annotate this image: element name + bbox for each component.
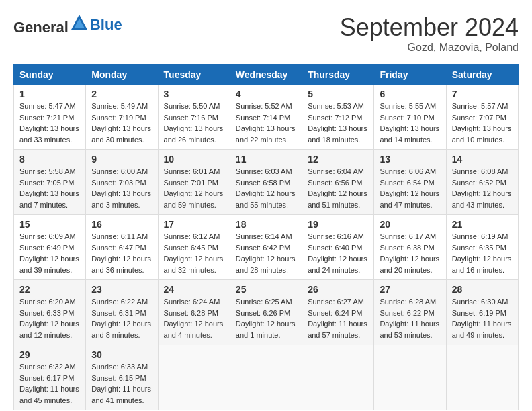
day-number: 25	[236, 284, 296, 295]
day-cell: 27 Sunrise: 6:28 AMSunset: 6:22 PMDaylig…	[374, 280, 446, 345]
day-info: Sunrise: 6:16 AMSunset: 6:40 PMDaylight:…	[308, 232, 367, 274]
day-cell: 15 Sunrise: 6:09 AMSunset: 6:49 PMDaylig…	[14, 215, 86, 280]
weekday-header-monday: Monday	[86, 65, 158, 85]
day-cell: 10 Sunrise: 6:01 AMSunset: 7:01 PMDaylig…	[158, 150, 230, 215]
day-cell: 21 Sunrise: 6:19 AMSunset: 6:35 PMDaylig…	[446, 215, 518, 280]
day-info: Sunrise: 5:55 AMSunset: 7:10 PMDaylight:…	[380, 102, 439, 144]
day-number: 24	[164, 284, 224, 295]
day-info: Sunrise: 6:19 AMSunset: 6:35 PMDaylight:…	[452, 232, 512, 274]
day-info: Sunrise: 6:25 AMSunset: 6:26 PMDaylight:…	[236, 298, 296, 339]
day-info: Sunrise: 5:47 AMSunset: 7:21 PMDaylight:…	[19, 102, 79, 144]
day-number: 13	[380, 154, 440, 165]
day-info: Sunrise: 5:53 AMSunset: 7:12 PMDaylight:…	[308, 102, 367, 144]
day-number: 14	[452, 154, 513, 165]
day-info: Sunrise: 6:03 AMSunset: 6:58 PMDaylight:…	[236, 167, 296, 209]
day-cell: 18 Sunrise: 6:14 AMSunset: 6:42 PMDaylig…	[230, 215, 302, 280]
day-info: Sunrise: 6:20 AMSunset: 6:33 PMDaylight:…	[19, 298, 79, 339]
day-cell: 13 Sunrise: 6:06 AMSunset: 6:54 PMDaylig…	[374, 150, 446, 215]
day-number: 30	[91, 349, 152, 360]
day-number: 29	[19, 349, 80, 360]
week-row-1: 1 Sunrise: 5:47 AMSunset: 7:21 PMDayligh…	[14, 85, 519, 150]
day-cell: 1 Sunrise: 5:47 AMSunset: 7:21 PMDayligh…	[14, 85, 86, 150]
day-cell: 17 Sunrise: 6:12 AMSunset: 6:45 PMDaylig…	[158, 215, 230, 280]
day-cell: 5 Sunrise: 5:53 AMSunset: 7:12 PMDayligh…	[302, 85, 374, 150]
day-info: Sunrise: 6:08 AMSunset: 6:52 PMDaylight:…	[452, 167, 512, 209]
day-number: 23	[91, 284, 152, 295]
day-cell	[374, 345, 446, 410]
day-info: Sunrise: 6:12 AMSunset: 6:45 PMDaylight:…	[164, 232, 224, 274]
title-section: September 2024 Gozd, Mazovia, Poland	[340, 13, 519, 54]
weekday-header-thursday: Thursday	[302, 65, 374, 85]
day-number: 18	[236, 219, 296, 230]
day-number: 4	[236, 89, 296, 99]
day-cell	[158, 345, 230, 410]
day-number: 17	[164, 219, 224, 230]
day-number: 8	[19, 154, 80, 165]
weekday-header-tuesday: Tuesday	[158, 65, 230, 85]
day-cell: 29 Sunrise: 6:32 AMSunset: 6:17 PMDaylig…	[14, 345, 86, 410]
logo-general-text: General	[13, 13, 89, 36]
day-number: 15	[19, 219, 80, 230]
day-number: 22	[19, 284, 80, 295]
day-info: Sunrise: 6:33 AMSunset: 6:15 PMDaylight:…	[91, 363, 151, 404]
logo-blue-text: Blue	[90, 16, 122, 34]
day-cell: 28 Sunrise: 6:30 AMSunset: 6:19 PMDaylig…	[446, 280, 518, 345]
day-info: Sunrise: 5:49 AMSunset: 7:19 PMDaylight:…	[91, 102, 151, 144]
day-cell: 19 Sunrise: 6:16 AMSunset: 6:40 PMDaylig…	[302, 215, 374, 280]
day-number: 2	[91, 89, 152, 99]
day-info: Sunrise: 6:27 AMSunset: 6:24 PMDaylight:…	[308, 298, 367, 339]
day-info: Sunrise: 5:58 AMSunset: 7:05 PMDaylight:…	[19, 167, 79, 209]
day-number: 3	[164, 89, 224, 99]
day-number: 20	[380, 219, 440, 230]
week-row-3: 15 Sunrise: 6:09 AMSunset: 6:49 PMDaylig…	[14, 215, 519, 280]
weekday-header-sunday: Sunday	[14, 65, 86, 85]
calendar-table: SundayMondayTuesdayWednesdayThursdayFrid…	[13, 64, 519, 410]
day-cell: 24 Sunrise: 6:24 AMSunset: 6:28 PMDaylig…	[158, 280, 230, 345]
day-info: Sunrise: 5:52 AMSunset: 7:14 PMDaylight:…	[236, 102, 296, 144]
day-cell	[302, 345, 374, 410]
day-info: Sunrise: 6:09 AMSunset: 6:49 PMDaylight:…	[19, 232, 79, 274]
day-cell: 20 Sunrise: 6:17 AMSunset: 6:38 PMDaylig…	[374, 215, 446, 280]
day-cell: 22 Sunrise: 6:20 AMSunset: 6:33 PMDaylig…	[14, 280, 86, 345]
day-info: Sunrise: 6:28 AMSunset: 6:22 PMDaylight:…	[380, 298, 439, 339]
day-cell: 7 Sunrise: 5:57 AMSunset: 7:07 PMDayligh…	[446, 85, 518, 150]
day-info: Sunrise: 6:11 AMSunset: 6:47 PMDaylight:…	[91, 232, 151, 274]
week-row-5: 29 Sunrise: 6:32 AMSunset: 6:17 PMDaylig…	[14, 345, 519, 410]
day-cell: 16 Sunrise: 6:11 AMSunset: 6:47 PMDaylig…	[86, 215, 158, 280]
weekday-header-saturday: Saturday	[446, 65, 518, 85]
calendar-subtitle: Gozd, Mazovia, Poland	[340, 42, 519, 54]
day-info: Sunrise: 6:14 AMSunset: 6:42 PMDaylight:…	[236, 232, 296, 274]
day-info: Sunrise: 6:30 AMSunset: 6:19 PMDaylight:…	[452, 298, 512, 339]
day-number: 16	[91, 219, 152, 230]
day-info: Sunrise: 6:24 AMSunset: 6:28 PMDaylight:…	[164, 298, 224, 339]
day-number: 10	[164, 154, 224, 165]
day-number: 11	[236, 154, 296, 165]
weekday-header-wednesday: Wednesday	[230, 65, 302, 85]
day-info: Sunrise: 5:57 AMSunset: 7:07 PMDaylight:…	[452, 102, 512, 144]
week-row-2: 8 Sunrise: 5:58 AMSunset: 7:05 PMDayligh…	[14, 150, 519, 215]
day-cell: 30 Sunrise: 6:33 AMSunset: 6:15 PMDaylig…	[86, 345, 158, 410]
day-info: Sunrise: 6:04 AMSunset: 6:56 PMDaylight:…	[308, 167, 367, 209]
day-info: Sunrise: 6:32 AMSunset: 6:17 PMDaylight:…	[19, 363, 79, 404]
day-number: 7	[452, 89, 513, 99]
day-number: 19	[308, 219, 368, 230]
day-cell: 11 Sunrise: 6:03 AMSunset: 6:58 PMDaylig…	[230, 150, 302, 215]
day-cell: 12 Sunrise: 6:04 AMSunset: 6:56 PMDaylig…	[302, 150, 374, 215]
day-info: Sunrise: 6:00 AMSunset: 7:03 PMDaylight:…	[91, 167, 151, 209]
day-number: 26	[308, 284, 368, 295]
day-info: Sunrise: 6:06 AMSunset: 6:54 PMDaylight:…	[380, 167, 439, 209]
logo-icon	[70, 13, 89, 32]
day-number: 1	[19, 89, 80, 99]
header: General Blue September 2024 Gozd, Mazovi…	[13, 13, 519, 54]
week-row-4: 22 Sunrise: 6:20 AMSunset: 6:33 PMDaylig…	[14, 280, 519, 345]
day-cell: 14 Sunrise: 6:08 AMSunset: 6:52 PMDaylig…	[446, 150, 518, 215]
calendar-title: September 2024	[340, 13, 519, 42]
day-number: 5	[308, 89, 368, 99]
day-number: 28	[452, 284, 513, 295]
day-number: 21	[452, 219, 513, 230]
day-info: Sunrise: 5:50 AMSunset: 7:16 PMDaylight:…	[164, 102, 224, 144]
day-cell: 3 Sunrise: 5:50 AMSunset: 7:16 PMDayligh…	[158, 85, 230, 150]
day-number: 27	[380, 284, 440, 295]
day-cell	[230, 345, 302, 410]
day-info: Sunrise: 6:22 AMSunset: 6:31 PMDaylight:…	[91, 298, 151, 339]
